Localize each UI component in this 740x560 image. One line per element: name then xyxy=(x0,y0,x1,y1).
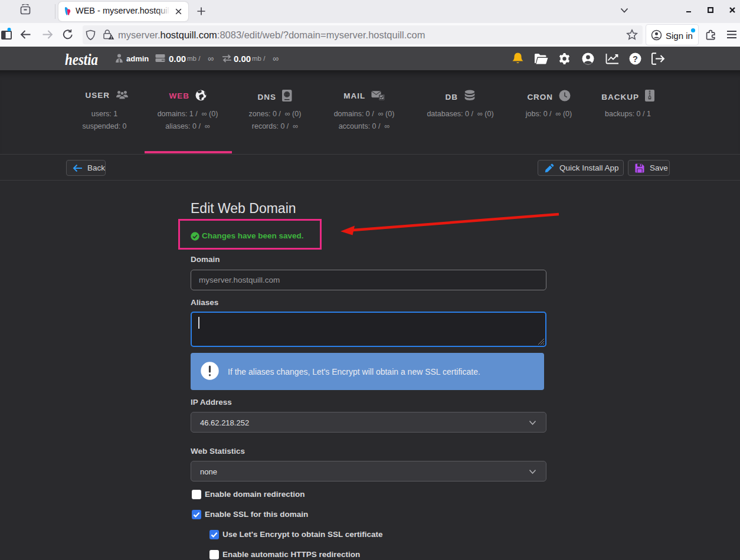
svg-text:hestia: hestia xyxy=(65,51,98,68)
svg-text:?: ? xyxy=(633,54,638,64)
